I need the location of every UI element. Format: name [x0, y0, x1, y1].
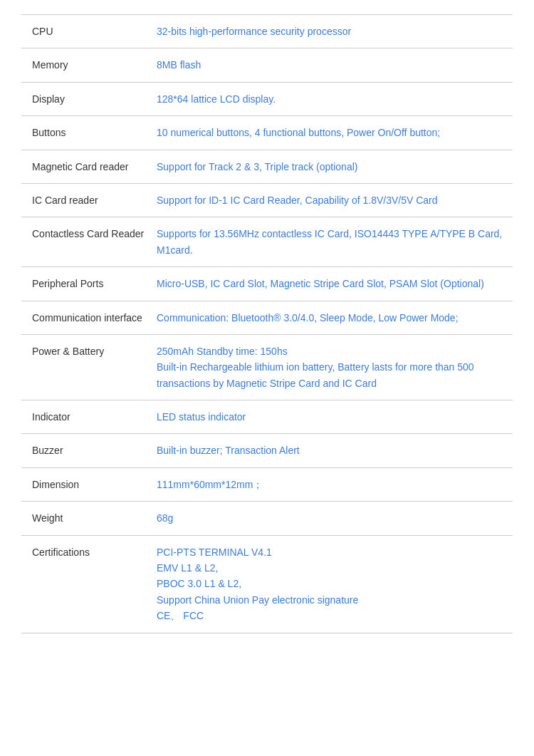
table-row-communication-interface: Communication interfaceCommunication: Bl…	[21, 301, 513, 334]
value-weight: 68g	[153, 502, 513, 535]
label-memory: Memory	[21, 48, 153, 82]
value-buzzer: Built-in buzzer; Transaction Alert	[153, 434, 513, 467]
value-memory: 8MB flash	[153, 48, 513, 82]
label-peripheral-ports: Peripheral Ports	[21, 267, 153, 301]
table-row-magnetic-card-reader: Magnetic Card readerSupport for Track 2 …	[21, 150, 513, 183]
table-row-peripheral-ports: Peripheral PortsMicro-USB, IC Card Slot,…	[21, 267, 513, 301]
value-certifications: PCI-PTS TERMINAL V4.1EMV L1 & L2,PBOC 3.…	[153, 535, 513, 633]
value-display: 128*64 lattice LCD display.	[153, 82, 513, 115]
spec-table: CPU32-bits high-performance security pro…	[21, 14, 513, 633]
label-contactless-card-reader: Contactless Card Reader	[21, 217, 153, 267]
value-magnetic-card-reader: Support for Track 2 & 3, Triple track (o…	[153, 150, 513, 183]
label-ic-card-reader: IC Card reader	[21, 183, 153, 217]
label-cpu: CPU	[21, 15, 153, 48]
label-weight: Weight	[21, 502, 153, 535]
table-row-certifications: CertificationsPCI-PTS TERMINAL V4.1EMV L…	[21, 535, 513, 633]
label-power-battery: Power & Battery	[21, 334, 153, 400]
value-cpu: 32-bits high-performance security proces…	[153, 15, 513, 48]
table-row-buttons: Buttons10 numerical buttons, 4 functiona…	[21, 116, 513, 150]
label-certifications: Certifications	[21, 535, 153, 633]
value-dimension: 111mm*60mm*12mm；	[153, 467, 513, 501]
table-row-dimension: Dimension111mm*60mm*12mm；	[21, 467, 513, 501]
table-row-contactless-card-reader: Contactless Card ReaderSupports for 13.5…	[21, 217, 513, 267]
table-row-indicator: IndicatorLED status indicator	[21, 400, 513, 434]
label-display: Display	[21, 82, 153, 115]
table-row-weight: Weight68g	[21, 502, 513, 535]
value-ic-card-reader: Support for ID-1 IC Card Reader, Capabil…	[153, 183, 513, 217]
value-contactless-card-reader: Supports for 13.56MHz contactless IC Car…	[153, 217, 513, 267]
value-power-battery: 250mAh Standby time: 150hsBuilt-in Recha…	[153, 334, 513, 400]
table-row-memory: Memory8MB flash	[21, 48, 513, 82]
value-communication-interface: Communication: Bluetooth® 3.0/4.0, Sleep…	[153, 301, 513, 334]
table-row-ic-card-reader: IC Card readerSupport for ID-1 IC Card R…	[21, 183, 513, 217]
label-buttons: Buttons	[21, 116, 153, 150]
value-peripheral-ports: Micro-USB, IC Card Slot, Magnetic Stripe…	[153, 267, 513, 301]
label-buzzer: Buzzer	[21, 434, 153, 467]
value-indicator: LED status indicator	[153, 400, 513, 434]
label-indicator: Indicator	[21, 400, 153, 434]
label-communication-interface: Communication interface	[21, 301, 153, 334]
table-row-cpu: CPU32-bits high-performance security pro…	[21, 15, 513, 48]
table-row-power-battery: Power & Battery250mAh Standby time: 150h…	[21, 334, 513, 400]
table-row-buzzer: BuzzerBuilt-in buzzer; Transaction Alert	[21, 434, 513, 467]
value-buttons: 10 numerical buttons, 4 functional butto…	[153, 116, 513, 150]
label-dimension: Dimension	[21, 467, 153, 501]
label-magnetic-card-reader: Magnetic Card reader	[21, 150, 153, 183]
table-row-display: Display128*64 lattice LCD display.	[21, 82, 513, 115]
